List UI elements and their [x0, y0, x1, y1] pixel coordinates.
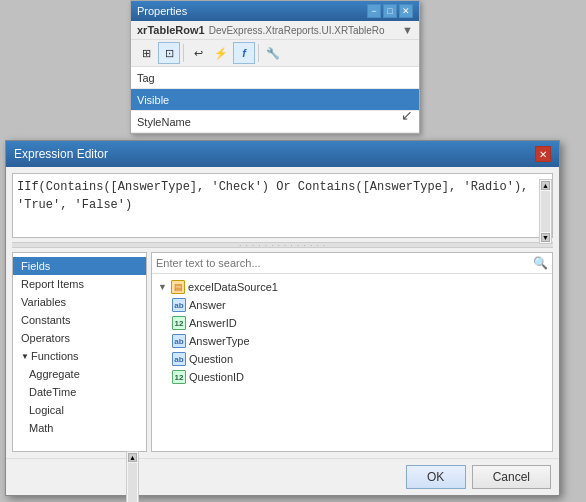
- string-field-icon2: ab: [172, 334, 186, 348]
- tree-expand-icon: ▼: [158, 282, 168, 292]
- tree-field-answertype[interactable]: ab AnswerType: [152, 332, 552, 350]
- left-panel: Fields Report Items Variables Constants …: [12, 252, 147, 452]
- props-scroll-icon[interactable]: ↙: [399, 107, 415, 123]
- scroll-track: [541, 191, 550, 232]
- field-question-label: Question: [189, 353, 233, 365]
- toolbar-undo-btn[interactable]: ↩: [187, 42, 209, 64]
- left-item-fields[interactable]: Fields: [13, 257, 146, 275]
- expression-scrollbar[interactable]: ▲ ▼: [539, 179, 552, 244]
- dialog-title: Expression Editor: [14, 147, 108, 161]
- resize-dots-icon: · · · · · · · · · · · · · ·: [239, 241, 326, 250]
- component-type: DevExpress.XtraReports.UI.XRTableRo: [209, 25, 385, 36]
- left-item-math[interactable]: Math: [13, 419, 146, 437]
- properties-titlebar: Properties − □ ✕: [131, 1, 419, 21]
- field-answertype-label: AnswerType: [189, 335, 250, 347]
- data-tree: ▼ ▤ excelDataSource1 ab Answer 12 Answer…: [152, 274, 552, 451]
- toolbar-wrench-btn[interactable]: 🔧: [262, 42, 284, 64]
- number-field-icon: 12: [172, 316, 186, 330]
- tree-field-questionid[interactable]: 12 QuestionID: [152, 368, 552, 386]
- ok-button[interactable]: OK: [406, 465, 466, 489]
- expression-text: IIf(Contains([AnswerType], 'Check') Or C…: [17, 178, 548, 214]
- left-item-constants[interactable]: Constants: [13, 311, 146, 329]
- left-item-functions[interactable]: ▼ Functions: [13, 347, 146, 365]
- minimize-btn[interactable]: −: [367, 4, 381, 18]
- tree-field-answer[interactable]: ab Answer: [152, 296, 552, 314]
- functions-label: Functions: [31, 350, 79, 362]
- scroll-up-btn[interactable]: ▲: [541, 181, 550, 190]
- maximize-btn[interactable]: □: [383, 4, 397, 18]
- tree-field-question[interactable]: ab Question: [152, 350, 552, 368]
- search-input[interactable]: [156, 257, 531, 269]
- tree-field-answerid[interactable]: 12 AnswerID: [152, 314, 552, 332]
- left-panel-items: Fields Report Items Variables Constants …: [13, 253, 146, 451]
- close-icon: ✕: [539, 149, 547, 160]
- props-row-stylename: StyleName: [131, 111, 419, 133]
- string-field-icon: ab: [172, 298, 186, 312]
- number-field-icon2: 12: [172, 370, 186, 384]
- props-grid: Tag Visible StyleName: [131, 67, 419, 133]
- left-panel-scrollbar[interactable]: ▲ ▼: [126, 451, 139, 452]
- toolbar-lightning-btn[interactable]: ⚡: [210, 42, 232, 64]
- right-panel: 🔍 ▼ ▤ excelDataSource1 ab Answer 12 Answ…: [151, 252, 553, 452]
- string-field-icon3: ab: [172, 352, 186, 366]
- props-label-tag: Tag: [131, 72, 241, 84]
- datasource-label: excelDataSource1: [188, 281, 278, 293]
- toolbar-categorized-btn[interactable]: ⊡: [158, 42, 180, 64]
- component-row: xrTableRow1 DevExpress.XtraReports.UI.XR…: [131, 21, 419, 40]
- properties-title: Properties: [137, 5, 187, 17]
- close-btn[interactable]: ✕: [399, 4, 413, 18]
- toolbar-sep: [183, 44, 184, 62]
- field-answer-label: Answer: [189, 299, 226, 311]
- expression-editor-dialog: Expression Editor ✕ IIf(Contains([Answer…: [5, 140, 560, 496]
- left-item-report-items[interactable]: Report Items: [13, 275, 146, 293]
- field-questionid-label: QuestionID: [189, 371, 244, 383]
- datasource-icon: ▤: [171, 280, 185, 294]
- props-row-tag: Tag: [131, 67, 419, 89]
- resize-handle[interactable]: · · · · · · · · · · · · · ·: [12, 242, 553, 248]
- dialog-footer: OK Cancel: [6, 458, 559, 495]
- component-arrow[interactable]: ▼: [402, 24, 413, 36]
- titlebar-controls: − □ ✕: [367, 4, 413, 18]
- toolbar-function-btn[interactable]: f: [233, 42, 255, 64]
- props-label-visible: Visible: [131, 94, 241, 106]
- scroll-down-btn[interactable]: ▼: [541, 233, 550, 242]
- expression-input-area[interactable]: IIf(Contains([AnswerType], 'Check') Or C…: [12, 173, 553, 238]
- left-item-aggregate[interactable]: Aggregate: [13, 365, 146, 383]
- tree-datasource-node[interactable]: ▼ ▤ excelDataSource1: [152, 278, 552, 296]
- field-answerid-label: AnswerID: [189, 317, 237, 329]
- component-name: xrTableRow1: [137, 24, 205, 36]
- dialog-close-btn[interactable]: ✕: [535, 146, 551, 162]
- expression-input-wrapper: IIf(Contains([AnswerType], 'Check') Or C…: [6, 173, 559, 238]
- props-label-stylename: StyleName: [131, 116, 241, 128]
- search-icon: 🔍: [533, 256, 548, 270]
- search-bar: 🔍: [152, 253, 552, 274]
- props-toolbar: ⊞ ⊡ ↩ ⚡ f 🔧: [131, 40, 419, 67]
- left-item-logical[interactable]: Logical: [13, 401, 146, 419]
- left-item-datetime[interactable]: DateTime: [13, 383, 146, 401]
- functions-triangle-icon: ▼: [21, 352, 29, 361]
- toolbar-sep2: [258, 44, 259, 62]
- left-item-operators[interactable]: Operators: [13, 329, 146, 347]
- cancel-button[interactable]: Cancel: [472, 465, 551, 489]
- toolbar-grid-btn[interactable]: ⊞: [135, 42, 157, 64]
- left-item-variables[interactable]: Variables: [13, 293, 146, 311]
- props-row-visible[interactable]: Visible: [131, 89, 419, 111]
- properties-panel: Properties − □ ✕ xrTableRow1 DevExpress.…: [130, 0, 420, 134]
- editor-bottom: Fields Report Items Variables Constants …: [12, 252, 553, 452]
- dialog-titlebar: Expression Editor ✕: [6, 141, 559, 167]
